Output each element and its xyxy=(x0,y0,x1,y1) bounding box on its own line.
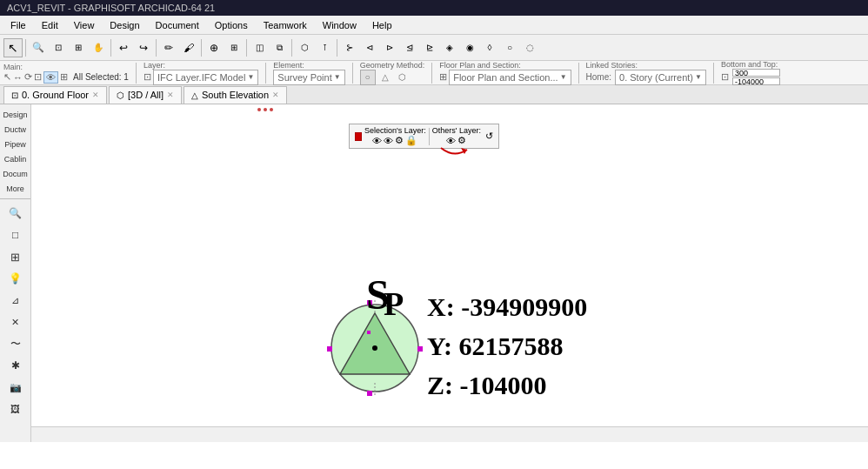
vis-refresh[interactable]: ↺ xyxy=(485,131,493,142)
vis-lock1[interactable]: 🔒 xyxy=(405,135,417,146)
tools7-btn[interactable]: ◉ xyxy=(460,38,479,57)
top-input[interactable] xyxy=(732,77,780,85)
sep-main-layer xyxy=(136,63,137,84)
ctx-main-icon6[interactable]: ⊞ xyxy=(60,71,68,83)
home-dropdown[interactable]: 0. Story (Current) ▼ xyxy=(615,70,706,85)
redo-btn[interactable]: ↪ xyxy=(134,38,153,57)
ctx-main-icon1[interactable]: ↖ xyxy=(3,71,11,83)
menu-design[interactable]: Design xyxy=(103,18,146,32)
sidebar-docum-label: Docum xyxy=(3,170,28,178)
x-value: -394909900 xyxy=(461,292,587,321)
section-btn[interactable]: ⊺ xyxy=(315,38,334,57)
sidebar-cablin[interactable]: Cablin xyxy=(0,152,30,166)
menu-window[interactable]: Window xyxy=(316,18,364,32)
ctx-main-icon5[interactable]: 👁 xyxy=(43,71,58,84)
sp-p-char: P xyxy=(384,285,404,322)
sidebar-docum[interactable]: Docum xyxy=(0,167,30,181)
sidebar-tool-wave[interactable]: 〜 xyxy=(0,333,30,354)
tools3-btn[interactable]: ⊳ xyxy=(380,38,399,57)
geo-icon1[interactable]: ○ xyxy=(360,70,376,85)
menu-edit[interactable]: Edit xyxy=(35,18,65,32)
tools2-btn[interactable]: ⊲ xyxy=(360,38,379,57)
geo-icon3[interactable]: ⬡ xyxy=(395,70,411,85)
canvas-area[interactable]: Selection's Layer: 👁 👁 ⚙ 🔒 Others' Layer… xyxy=(31,104,868,442)
snap-btn[interactable]: ⊕ xyxy=(204,38,224,57)
zoom-in-btn[interactable]: 🔍 xyxy=(29,38,48,57)
sidebar-pipew-label: Pipew xyxy=(4,140,26,149)
tools8-btn[interactable]: ◊ xyxy=(480,38,499,57)
3d-btn[interactable]: ⬡ xyxy=(295,38,314,57)
layer-dropdown[interactable]: IFC Layer.IFC Model ▼ xyxy=(153,70,258,85)
ctx-main-icon4[interactable]: ⊡ xyxy=(34,71,42,83)
tab-ground-floor-close[interactable]: ✕ xyxy=(92,90,99,99)
sidebar-tool-measure[interactable]: ⊿ xyxy=(0,290,30,311)
sidebar-pipew[interactable]: Pipew xyxy=(0,137,30,151)
tools10-btn[interactable]: ◌ xyxy=(520,38,539,57)
tab-3d-all-label: [3D / All] xyxy=(128,90,164,100)
merge-btn[interactable]: ⧉ xyxy=(270,38,289,57)
sidebar-design[interactable]: Design xyxy=(0,108,30,122)
tools5-btn[interactable]: ⊵ xyxy=(420,38,439,57)
tab-south-elevation-close[interactable]: ✕ xyxy=(272,90,279,99)
menu-document[interactable]: Document xyxy=(149,18,206,32)
sidebar-ductw[interactable]: Ductw xyxy=(0,123,30,137)
fit-btn[interactable]: ⊡ xyxy=(49,38,68,57)
tab-3d-all-close[interactable]: ✕ xyxy=(167,90,174,99)
sidebar-tool-asterisk[interactable]: ✱ xyxy=(0,355,30,376)
sidebar-tool-search[interactable]: 🔍 xyxy=(0,203,30,224)
tools9-btn[interactable]: ○ xyxy=(500,38,519,57)
tab-ground-floor[interactable]: ⊡ 0. Ground Floor ✕ xyxy=(3,86,107,104)
hand-btn[interactable]: ✋ xyxy=(89,38,108,57)
zoom-box-btn[interactable]: ⊞ xyxy=(69,38,88,57)
menu-view[interactable]: View xyxy=(67,18,102,32)
vis-eye3[interactable]: 👁 xyxy=(446,136,456,146)
sidebar-ductw-label: Ductw xyxy=(4,125,26,134)
titlebar-text: ACV1_REVIT - GRAPHISOFT ARCHICAD-64 21 xyxy=(7,3,215,13)
rectangle-icon: □ xyxy=(8,227,23,243)
bottom-input[interactable] xyxy=(732,69,780,77)
snap2-btn[interactable]: ⊞ xyxy=(224,38,244,57)
sidebar-tool-camera[interactable]: 📷 xyxy=(0,377,30,398)
handle-center-line xyxy=(367,331,371,334)
fp-label: Floor Plan and Section: xyxy=(439,61,571,70)
tab-south-elevation-label: South Elevation xyxy=(202,90,269,100)
pencil-btn[interactable]: ✏ xyxy=(159,38,178,57)
selections-layer-label: Selection's Layer: xyxy=(364,126,426,135)
fp-dropdown[interactable]: Floor Plan and Section... ▼ xyxy=(449,70,571,85)
sidebar-tool-crossmeasure[interactable]: ✕ xyxy=(0,312,30,332)
z-value: -104000 xyxy=(460,371,547,399)
menu-teamwork[interactable]: Teamwork xyxy=(257,18,314,32)
arrow-tool-btn[interactable]: ↖ xyxy=(3,38,23,57)
svg-point-3 xyxy=(372,345,377,351)
geo-icon2[interactable]: △ xyxy=(377,70,393,85)
split-btn[interactable]: ◫ xyxy=(250,38,269,57)
tools1-btn[interactable]: ⊱ xyxy=(340,38,359,57)
sidebar-more[interactable]: More xyxy=(0,182,30,196)
vis-gear2[interactable]: ⚙ xyxy=(457,135,466,146)
sidebar-tool-rect[interactable]: □ xyxy=(0,224,30,245)
menu-file[interactable]: File xyxy=(3,18,33,32)
handle-left xyxy=(327,346,332,352)
ctx-main-icon3[interactable]: ⟳ xyxy=(24,71,32,83)
undo-btn[interactable]: ↩ xyxy=(114,38,133,57)
measure-icon: ⊿ xyxy=(8,292,23,308)
tools6-btn[interactable]: ◈ xyxy=(440,38,459,57)
sep4 xyxy=(201,39,202,57)
grid-icon: ⊞ xyxy=(8,249,23,265)
tab-3d-all[interactable]: ⬡ [3D / All] ✕ xyxy=(109,86,182,104)
element-dropdown[interactable]: Survey Point ▼ xyxy=(273,70,344,85)
sidebar-tool-light[interactable]: 💡 xyxy=(0,268,30,289)
menu-help[interactable]: Help xyxy=(365,18,399,32)
vis-gear1[interactable]: ⚙ xyxy=(395,135,404,146)
handle-right xyxy=(417,346,423,352)
vis-eye2[interactable]: 👁 xyxy=(384,136,393,146)
vis-eye1[interactable]: 👁 xyxy=(372,136,382,146)
tab-south-elevation[interactable]: △ South Elevation ✕ xyxy=(184,86,287,104)
sidebar-tool-grid[interactable]: ⊞ xyxy=(0,246,30,267)
sep3 xyxy=(156,39,157,57)
paint-btn[interactable]: 🖌 xyxy=(179,38,198,57)
tools4-btn[interactable]: ⊴ xyxy=(400,38,419,57)
menu-options[interactable]: Options xyxy=(208,18,255,32)
ctx-main-icon2[interactable]: ↔ xyxy=(13,72,23,83)
sidebar-tool-photo[interactable]: 🖼 xyxy=(0,399,30,419)
